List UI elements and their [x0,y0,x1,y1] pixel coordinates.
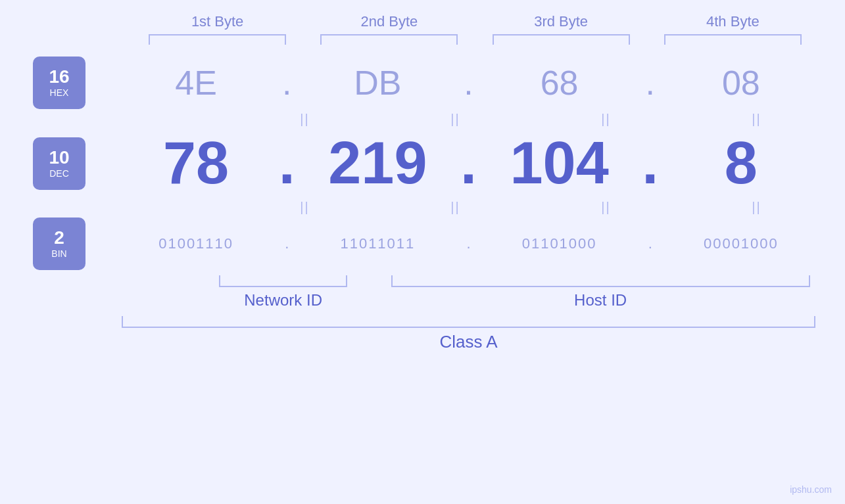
hex-byte-2: DB [300,63,455,103]
host-id-bracket-wrap: Host ID [382,275,819,309]
bin-badge-col: 2 BIN [26,218,118,270]
bin-values: 01001110 . 11011011 . 01101000 . 0000100… [118,235,819,252]
dec-dot-icon-3: . [642,129,658,197]
dec-dot-1: . [274,129,300,197]
byte-header-2: 2nd Byte [303,13,475,30]
hex-val-2: DB [354,63,401,103]
bin-dot-icon-1: . [285,235,289,252]
hex-dot-icon-1: . [282,63,291,103]
byte-header-1: 1st Byte [132,13,303,30]
hex-values: 4E . DB . 68 . 08 [118,63,819,103]
class-a-label: Class A [439,332,497,352]
dec-badge: 10 DEC [33,137,85,190]
hex-byte-1: 4E [118,63,274,103]
hex-dot-1: . [274,63,300,103]
bin-val-2: 11011011 [340,235,415,252]
dec-val-1: 78 [163,129,229,197]
equals-1-dot1 [367,112,393,127]
network-id-bracket [219,275,347,287]
equals-2-dot1 [367,200,393,215]
watermark: ipshu.com [790,484,832,495]
hex-dot-3: . [637,63,664,103]
dec-val-4: 8 [725,129,758,197]
bin-byte-1: 01001110 [118,235,274,252]
dec-badge-col: 10 DEC [26,137,118,190]
network-id-bracket-wrap: Network ID [210,275,356,309]
bracket-top-shape-4 [664,34,802,45]
bin-row: 2 BIN 01001110 . 11011011 . 01101000 . [26,218,819,270]
dec-byte-2: 219 [300,129,455,197]
bottom-brackets-row: Network ID Host ID [26,275,819,309]
byte-header-3: 3rd Byte [475,13,647,30]
equals-2-val4: || [694,200,819,215]
class-a-row: Class A [26,316,819,352]
equals-2-1 [118,200,243,215]
dec-badge-label: DEC [49,168,69,179]
bin-val-1: 01001110 [158,235,233,252]
host-id-label: Host ID [574,291,627,309]
bin-dot-2: . [456,235,482,252]
top-bracket-4 [647,34,819,45]
dec-dot-icon-1: . [279,129,295,197]
equals-2-val2: || [393,200,518,215]
hex-dot-2: . [456,63,482,103]
equals-1-1 [118,112,243,127]
hex-badge-number: 16 [49,68,69,86]
dec-dot-icon-2: . [460,129,477,197]
equals-2-dot3 [668,200,694,215]
bracket-top-shape-3 [493,34,630,45]
bin-badge-label: BIN [51,248,66,259]
bin-dot-icon-2: . [466,235,470,252]
equals-row-2: || || || || [26,200,819,215]
bin-byte-3: 01101000 [482,235,637,252]
equals-2-val3: || [544,200,668,215]
dec-val-2: 219 [328,129,427,197]
dec-dot-3: . [637,129,664,197]
dec-byte-3: 104 [482,129,637,197]
bin-dot-1: . [274,235,300,252]
dec-row: 10 DEC 78 . 219 . 104 . 8 [26,129,819,197]
dec-dot-2: . [456,129,482,197]
equals-2-dot2 [518,200,544,215]
hex-val-4: 08 [722,63,760,103]
host-id-bracket [391,275,810,287]
bin-byte-2: 11011011 [300,235,455,252]
bracket-top-shape-2 [320,34,458,45]
top-bracket-2 [303,34,475,45]
bin-dot-icon-3: . [648,235,652,252]
bin-badge-number: 2 [54,229,64,247]
bin-dot-3: . [637,235,664,252]
bracket-top-shape-1 [149,34,286,45]
dec-values: 78 . 219 . 104 . 8 [118,129,819,197]
byte-header-4: 4th Byte [647,13,819,30]
equals-1-dot3 [668,112,694,127]
top-bracket-3 [475,34,647,45]
top-bracket-1 [132,34,303,45]
equals-1-val4: || [694,112,819,127]
network-id-label: Network ID [244,291,322,309]
main-container: 1st Byte 2nd Byte 3rd Byte 4th Byte 16 H… [0,0,845,504]
byte-headers-row: 1st Byte 2nd Byte 3rd Byte 4th Byte [26,13,819,30]
hex-dot-icon-2: . [464,63,473,103]
dec-badge-number: 10 [49,149,69,167]
class-a-bracket [122,316,815,328]
bin-val-4: 00001000 [704,235,779,252]
equals-1-dot2 [518,112,544,127]
hex-byte-4: 08 [664,63,819,103]
hex-badge-col: 16 HEX [26,57,118,109]
equals-row-1: || || || || [26,112,819,127]
equals-1-val1: || [243,112,367,127]
hex-dot-icon-3: . [646,63,655,103]
dec-byte-1: 78 [118,129,274,197]
equals-1-val3: || [544,112,668,127]
bin-val-3: 01101000 [522,235,597,252]
equals-2-val1: || [243,200,367,215]
dec-byte-4: 8 [664,129,819,197]
hex-badge-label: HEX [50,87,69,98]
hex-row: 16 HEX 4E . DB . 68 . 08 [26,57,819,109]
hex-val-1: 4E [175,63,217,103]
hex-badge: 16 HEX [33,57,85,109]
top-brackets-row [26,34,819,45]
bin-byte-4: 00001000 [664,235,819,252]
equals-1-val2: || [393,112,518,127]
